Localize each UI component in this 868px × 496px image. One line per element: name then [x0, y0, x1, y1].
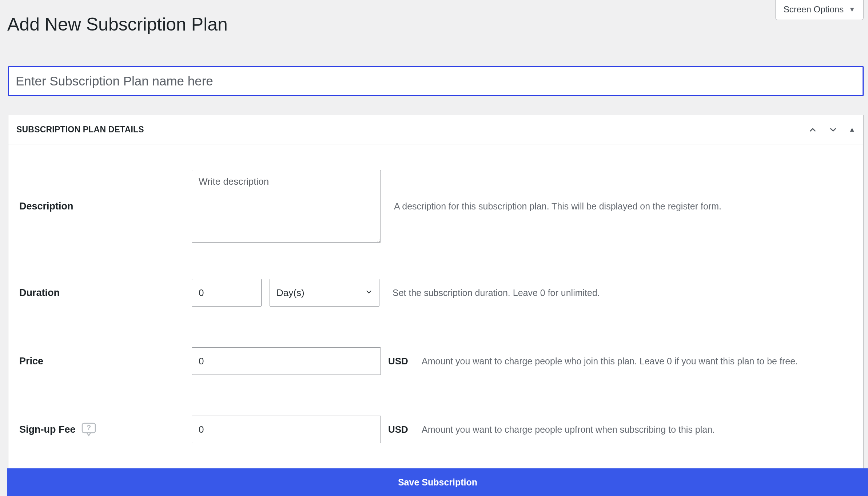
form-body: Description A description for this subsc… — [8, 144, 863, 496]
description-label-col: Description — [14, 201, 192, 212]
signup-fee-currency: USD — [381, 424, 409, 435]
price-label-col: Price — [14, 356, 192, 367]
price-controls — [192, 347, 381, 375]
signup-fee-help: Amount you want to charge people upfront… — [409, 423, 857, 436]
metabox-controls: ▲ — [808, 125, 855, 135]
duration-input[interactable] — [192, 279, 262, 307]
title-input-wrap — [8, 66, 864, 96]
screen-options-label: Screen Options — [784, 4, 844, 15]
description-row: Description A description for this subsc… — [14, 170, 857, 243]
price-help: Amount you want to charge people who joi… — [409, 355, 857, 368]
price-label: Price — [19, 356, 43, 367]
price-row: Price USD Amount you want to charge peop… — [14, 347, 857, 375]
caret-down-icon: ▼ — [849, 6, 855, 13]
metabox-title: SUBSCRIPTION PLAN DETAILS — [16, 125, 144, 135]
description-controls — [192, 170, 381, 243]
duration-label: Duration — [19, 287, 60, 299]
signup-fee-row: Sign-up Fee ? USD Amount you want to cha… — [14, 416, 857, 443]
save-subscription-button[interactable]: Save Subscription — [7, 468, 868, 496]
plan-name-input[interactable] — [8, 66, 864, 96]
signup-fee-label: Sign-up Fee — [19, 424, 76, 435]
duration-label-col: Duration — [14, 287, 192, 299]
signup-fee-controls — [192, 416, 381, 443]
signup-fee-input[interactable] — [192, 416, 381, 443]
save-button-label: Save Subscription — [398, 477, 477, 488]
description-help: A description for this subscription plan… — [381, 200, 857, 213]
metabox-header: SUBSCRIPTION PLAN DETAILS ▲ — [8, 115, 863, 144]
description-label: Description — [19, 201, 73, 212]
duration-unit-select-wrap: Day(s) — [270, 279, 379, 307]
price-input[interactable] — [192, 347, 381, 375]
duration-row: Duration Day(s) Set the subscription dur… — [14, 279, 857, 307]
subscription-details-metabox: SUBSCRIPTION PLAN DETAILS ▲ Description … — [8, 115, 864, 496]
duration-controls: Day(s) — [192, 279, 379, 307]
price-currency: USD — [381, 356, 409, 367]
chevron-up-icon[interactable] — [808, 125, 817, 135]
chevron-down-icon[interactable] — [828, 125, 838, 135]
description-textarea[interactable] — [192, 170, 381, 243]
duration-help: Set the subscription duration. Leave 0 f… — [379, 286, 857, 299]
signup-fee-label-col: Sign-up Fee ? — [14, 422, 192, 437]
help-tooltip-icon[interactable]: ? — [81, 422, 97, 437]
svg-text:?: ? — [86, 424, 91, 432]
triangle-up-icon[interactable]: ▲ — [849, 126, 855, 133]
duration-unit-select[interactable]: Day(s) — [270, 279, 379, 307]
screen-options-toggle[interactable]: Screen Options ▼ — [775, 0, 864, 20]
page-title: Add New Subscription Plan — [7, 14, 228, 35]
